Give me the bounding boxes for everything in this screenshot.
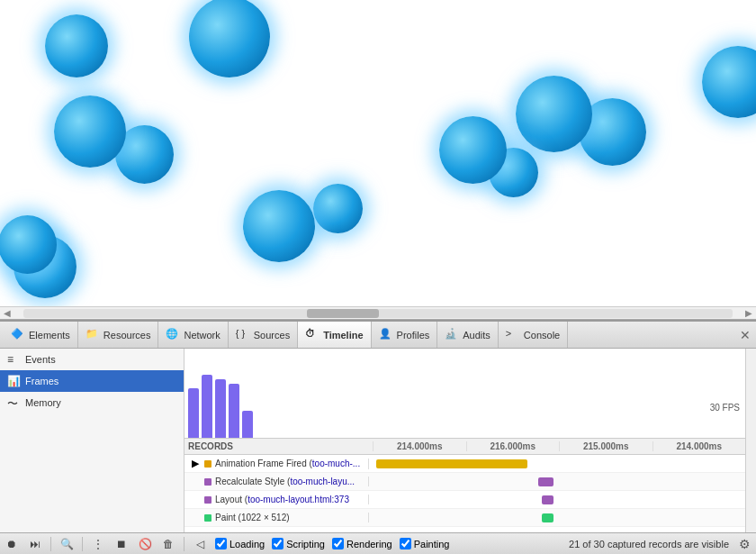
events-icon: ≡: [7, 353, 20, 366]
record-bar: [542, 495, 554, 504]
scrollbar-thumb[interactable]: [307, 309, 379, 318]
right-panel: 30 FPS RECORDS 214.000ms216.000ms215.000…: [184, 349, 745, 532]
filter-button[interactable]: ⋮: [90, 536, 106, 552]
left-panel-frames[interactable]: 📊Frames: [0, 370, 184, 392]
scrollbar-track[interactable]: [23, 309, 733, 318]
devtools-toolbar: 🔷Elements📁Resources🌐Network{ }Sources⏱Ti…: [0, 322, 756, 349]
record-row-recalculate-style: Recalculate Style (too-much-layu...: [184, 473, 745, 491]
timeline-bar-3: [229, 384, 239, 438]
records-label: RECORDS: [188, 441, 373, 451]
statusbar: ⏺ ⏭ 🔍 ⋮ ⏹ 🚫 🗑 ◁ LoadingScriptingRenderin…: [0, 532, 756, 554]
record-button[interactable]: ⏺: [4, 536, 20, 552]
delete-button[interactable]: 🗑: [160, 536, 176, 552]
records-info: 21 of 30 captured records are visible: [569, 539, 729, 549]
record-timeline-paint: [369, 509, 745, 526]
record-row-animation-frame: ▶Animation Frame Fired (too-much-...: [184, 455, 745, 473]
records-list[interactable]: ▶Animation Frame Fired (too-much-...Reca…: [184, 455, 745, 532]
left-panel: ≡Events📊Frames〜Memory: [0, 349, 184, 532]
tab-sources[interactable]: { }Sources: [229, 322, 298, 348]
checkbox-input-scripting[interactable]: [272, 538, 284, 549]
record-color-indicator: [204, 460, 212, 468]
record-name-animation-frame: Animation Frame Fired (too-much-...: [215, 459, 360, 468]
tab-elements-label: Elements: [29, 330, 70, 341]
checkbox-input-loading[interactable]: [215, 538, 227, 549]
expand-icon[interactable]: ▶: [190, 459, 201, 469]
left-panel-memory-label: Memory: [25, 397, 61, 408]
bubble: [0, 215, 57, 274]
timeline-bar-0: [188, 388, 199, 438]
viewport-scrollbar[interactable]: ◀ ▶: [0, 306, 756, 319]
record-timeline-animation-frame: [369, 455, 745, 472]
checkbox-label-scripting: Scripting: [286, 539, 325, 549]
record-row-paint: Paint (1022 × 512): [184, 509, 745, 527]
record-link[interactable]: too-much-...: [312, 459, 360, 468]
console-icon: >: [506, 328, 520, 342]
tab-console[interactable]: >Console: [499, 322, 568, 348]
record-color-indicator: [204, 514, 212, 522]
bubble: [439, 116, 507, 184]
left-panel-events-label: Events: [25, 354, 56, 365]
checkbox-input-rendering[interactable]: [332, 538, 344, 549]
timeline-bar-4: [242, 411, 253, 438]
nav-button[interactable]: ◁: [192, 536, 208, 552]
left-panel-frames-label: Frames: [25, 376, 58, 386]
record-left-paint: Paint (1022 × 512): [184, 513, 369, 522]
left-panel-events[interactable]: ≡Events: [0, 349, 184, 370]
record-bar: [542, 513, 554, 522]
devtools-close-button[interactable]: ✕: [738, 328, 752, 342]
record-name-paint: Paint (1022 × 512): [215, 513, 290, 522]
records-timeline-headers: 214.000ms216.000ms215.000ms214.000ms: [373, 441, 745, 451]
record-left-layout: Layout (too-much-layout.html:373: [184, 495, 369, 504]
block-button[interactable]: 🚫: [137, 536, 153, 552]
record-color-indicator: [204, 478, 212, 486]
bubble: [313, 184, 363, 233]
tab-profiles[interactable]: 👤Profiles: [372, 322, 438, 348]
stop-button[interactable]: ⏹: [113, 536, 130, 552]
timeline-header-2: 215.000ms: [559, 441, 652, 451]
record-left-recalculate-style: Recalculate Style (too-much-layu...: [184, 477, 369, 486]
record-name-layout: Layout (too-much-layout.html:373: [215, 495, 349, 504]
checkbox-rendering[interactable]: Rendering: [332, 538, 392, 549]
gear-button[interactable]: ⚙: [736, 536, 752, 552]
profiles-icon: 👤: [379, 328, 393, 342]
sources-icon: { }: [236, 328, 250, 342]
separator2: [82, 537, 83, 551]
record-timeline-layout: [369, 491, 745, 508]
tab-timeline[interactable]: ⏱Timeline: [298, 322, 371, 348]
clear-button[interactable]: ⏭: [27, 536, 43, 552]
tab-timeline-label: Timeline: [323, 330, 363, 341]
tab-profiles-label: Profiles: [397, 330, 430, 341]
search-button[interactable]: 🔍: [58, 536, 75, 552]
records-header: RECORDS 214.000ms216.000ms215.000ms214.0…: [184, 439, 745, 455]
resources-icon: 📁: [86, 328, 100, 342]
tab-elements[interactable]: 🔷Elements: [4, 322, 78, 348]
checkbox-loading[interactable]: Loading: [215, 538, 265, 549]
network-icon: 🌐: [166, 328, 180, 342]
checkbox-label-loading: Loading: [230, 539, 265, 549]
memory-icon: 〜: [7, 396, 20, 409]
record-timeline-recalculate-style: [369, 473, 745, 490]
devtools-scrollbar[interactable]: [745, 349, 756, 532]
checkbox-scripting[interactable]: Scripting: [272, 538, 325, 549]
fps-label: 30 FPS: [710, 403, 740, 413]
checkbox-painting[interactable]: Painting: [400, 538, 450, 549]
record-link[interactable]: too-much-layout.html:373: [248, 495, 349, 504]
record-link[interactable]: too-much-layu...: [290, 477, 355, 486]
tab-audits[interactable]: 🔬Audits: [437, 322, 499, 348]
bubble: [702, 46, 756, 118]
timeline-bars-container: [184, 349, 745, 438]
tab-network[interactable]: 🌐Network: [158, 322, 228, 348]
tab-resources[interactable]: 📁Resources: [78, 322, 159, 348]
checkbox-label-rendering: Rendering: [346, 539, 392, 549]
checkbox-input-painting[interactable]: [400, 538, 411, 549]
timeline-header-0: 214.000ms: [373, 441, 466, 451]
tab-network-label: Network: [184, 330, 220, 341]
frames-icon: 📊: [7, 375, 20, 387]
record-left-animation-frame: ▶Animation Frame Fired (too-much-...: [184, 459, 369, 469]
tab-resources-label: Resources: [104, 330, 151, 341]
timeline-header-1: 216.000ms: [466, 441, 560, 451]
left-panel-memory[interactable]: 〜Memory: [0, 392, 184, 413]
tab-sources-label: Sources: [254, 330, 290, 341]
timeline-bar-1: [202, 375, 212, 438]
record-bar: [376, 459, 526, 468]
